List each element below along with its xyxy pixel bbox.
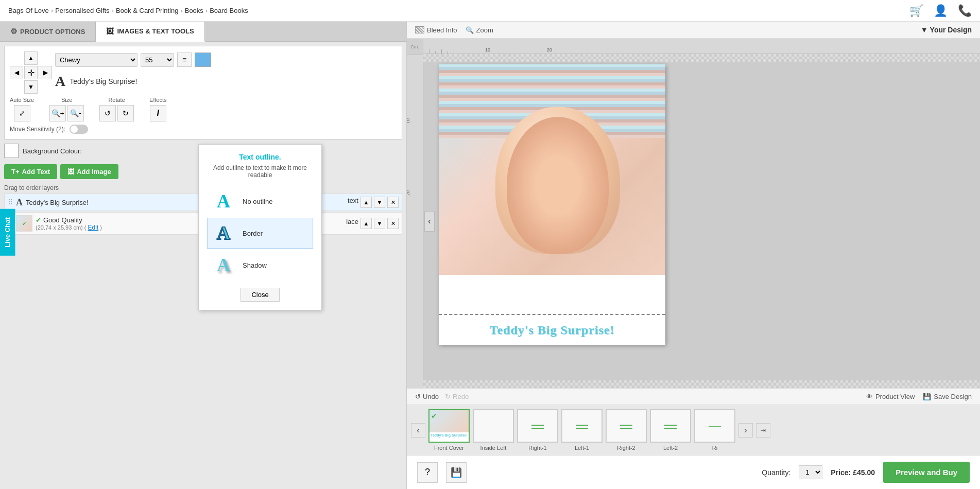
nav-left-button[interactable]: ◀ xyxy=(10,66,23,79)
redo-button[interactable]: ↻ Redo xyxy=(445,393,469,400)
breadcrumb-board-books[interactable]: Board Books xyxy=(210,7,248,14)
bleed-info-icon xyxy=(415,26,424,33)
design-canvas: Teddy's Big Surprise! ‹ xyxy=(423,54,980,388)
effects-group: Effects I xyxy=(149,97,166,121)
thumb-next-button[interactable]: › xyxy=(738,423,753,438)
thumb-check-icon: ✔ xyxy=(431,412,437,420)
font-size-select[interactable]: 55 xyxy=(141,53,174,67)
image-layer-down-button[interactable]: ▼ xyxy=(374,218,385,229)
thumb-left-2-img: ▬▬▬▬▬▬▬▬ xyxy=(650,409,691,443)
image-edit-link[interactable]: Edit xyxy=(88,224,99,231)
background-colour-label: Background Colour: xyxy=(23,147,82,155)
add-image-button[interactable]: 🖼 Add Image xyxy=(60,164,118,179)
thumb-front-cover[interactable]: ✔ Teddy's Big Surprise! Front Cover xyxy=(428,409,470,451)
price-label: Price: £45.00 xyxy=(831,468,875,477)
save-page-button[interactable]: 💾 xyxy=(446,462,467,483)
image-layer-info: ✔ Good Quality (20.74 x 25.93 cm) ( Edit… xyxy=(36,216,102,231)
thumb-lines-1: ▬▬▬▬▬▬▬▬ xyxy=(518,410,557,442)
breadcrumb-personalised-gifts[interactable]: Personalised Gifts xyxy=(55,7,110,14)
zoom-button[interactable]: 🔍 Zoom xyxy=(466,26,493,34)
nav-down-button[interactable]: ▼ xyxy=(24,80,38,94)
breadcrumb-books[interactable]: Books xyxy=(185,7,203,14)
font-select[interactable]: Chewy xyxy=(55,53,137,67)
canvas-prev-button[interactable]: ‹ xyxy=(424,211,435,232)
tab-images-text-label: IMAGES & TEXT TOOLS xyxy=(117,27,194,35)
tab-product-options[interactable]: ⚙ PRODUCT OPTIONS xyxy=(0,22,96,41)
thumb-ri-img: ▬▬▬▬ xyxy=(694,409,735,443)
outline-popup-title: Text outline. xyxy=(207,153,313,161)
product-view-button[interactable]: 👁 Product View xyxy=(866,393,915,400)
thumb-lines-text-3: ▬▬▬▬▬▬▬▬ xyxy=(618,421,634,431)
preview-buy-button[interactable]: Preview and Buy xyxy=(883,462,970,483)
main-layout: Live Chat ⚙ PRODUCT OPTIONS 🖼 IMAGES & T… xyxy=(0,22,980,489)
italic-button[interactable]: I xyxy=(150,105,166,121)
redo-icon: ↻ xyxy=(445,393,451,400)
outline-label-none: No outline xyxy=(243,198,273,205)
phone-icon[interactable]: 📞 xyxy=(958,4,972,18)
nav-right-button[interactable]: ▶ xyxy=(39,66,52,79)
thumbnails-bar: ‹ ✔ Teddy's Big Surprise! Front Cover In… xyxy=(407,405,980,455)
top-navigation: Bags Of Love › Personalised Gifts › Book… xyxy=(0,0,980,22)
bleed-info-button[interactable]: Bleed Info xyxy=(415,26,457,34)
image-layer-up-button[interactable]: ▲ xyxy=(360,218,372,229)
action-bar: ? 💾 Quantity: 1 Price: £45.00 Preview an… xyxy=(407,455,980,489)
help-button[interactable]: ? xyxy=(417,462,438,483)
nav-up-button[interactable]: ▲ xyxy=(24,51,38,65)
thumb-left-1[interactable]: ▬▬▬▬▬▬▬▬ Left-1 xyxy=(561,409,603,451)
outline-option-none[interactable]: A No outline xyxy=(207,186,313,217)
canvas-area: Cm. 10 20 10 xyxy=(407,39,980,388)
align-button[interactable]: ≡ xyxy=(177,53,192,67)
thumb-prev-button[interactable]: ‹ xyxy=(411,423,425,438)
thumb-right-1[interactable]: ▬▬▬▬▬▬▬▬ Right-1 xyxy=(517,409,558,451)
auto-size-button[interactable]: ⤢ xyxy=(14,105,30,121)
outline-popup-close-button[interactable]: Close xyxy=(240,288,279,302)
book-page-canvas[interactable]: Teddy's Big Surprise! xyxy=(439,64,665,345)
thumb-ri[interactable]: ▬▬▬▬ Ri xyxy=(694,409,735,451)
thumb-lines-text-1: ▬▬▬▬▬▬▬▬ xyxy=(529,421,546,431)
size-increase-button[interactable]: 🔍+ xyxy=(49,105,66,121)
text-layer-down-button[interactable]: ▼ xyxy=(374,197,385,208)
canvas-book-text: Teddy's Big Surprise! xyxy=(439,323,665,337)
thumb-last-button[interactable]: ⇥ xyxy=(756,423,770,438)
thumb-lines-4: ▬▬▬▬▬▬▬▬ xyxy=(651,410,690,442)
text-layer-up-button[interactable]: ▲ xyxy=(360,197,372,208)
user-icon[interactable]: 👤 xyxy=(934,4,948,18)
eye-icon: 👁 xyxy=(866,393,873,400)
text-layer-delete-button[interactable]: ✕ xyxy=(387,197,399,208)
rotate-group: Rotate ↺ ↻ xyxy=(99,97,134,121)
breadcrumb-bags-of-love[interactable]: Bags Of Love xyxy=(8,7,49,14)
live-chat-tab[interactable]: Live Chat xyxy=(0,209,15,256)
image-layer-size: (20.74 x 25.93 cm) ( Edit ) xyxy=(36,224,102,231)
thumb-left-2[interactable]: ▬▬▬▬▬▬▬▬ Left-2 xyxy=(650,409,691,451)
breadcrumb-sep-3: › xyxy=(180,7,182,14)
rotate-cw-button[interactable]: ↻ xyxy=(117,105,134,121)
undo-button[interactable]: ↺ Undo xyxy=(415,393,439,400)
add-text-button[interactable]: T+ Add Text xyxy=(4,164,57,179)
move-cross-button[interactable]: ✛ xyxy=(24,66,38,79)
right-section: Bleed Info 🔍 Zoom ▼ Your Design Cm. xyxy=(407,22,980,489)
gear-icon: ⚙ xyxy=(10,27,17,36)
text-layer-icon: A xyxy=(16,197,23,208)
drag-handle-text: ⠿ xyxy=(8,198,13,206)
tool-panel: ▲ ◀ ✛ ▶ ▼ Chewy 55 xyxy=(4,46,402,139)
breadcrumb-book-card-printing[interactable]: Book & Card Printing xyxy=(116,7,178,14)
outline-option-border[interactable]: A Border xyxy=(207,218,313,249)
size-decrease-button[interactable]: 🔍- xyxy=(67,105,84,121)
move-sensitivity-toggle[interactable] xyxy=(70,125,88,134)
quantity-select[interactable]: 1 xyxy=(799,465,822,479)
outline-option-shadow[interactable]: A Shadow xyxy=(207,250,313,281)
save-design-label: Save Design xyxy=(934,393,972,400)
thumb-inside-left[interactable]: Inside Left xyxy=(473,409,514,451)
thumb-lines-2: ▬▬▬▬▬▬▬▬ xyxy=(562,410,601,442)
thumb-ri-label: Ri xyxy=(712,445,717,451)
thumb-text-preview: Teddy's Big Surprise! xyxy=(429,432,469,438)
save-design-button[interactable]: 💾 Save Design xyxy=(923,393,972,400)
tab-images-text-tools[interactable]: 🖼 IMAGES & TEXT TOOLS xyxy=(96,22,204,42)
cart-icon[interactable]: 🛒 xyxy=(909,4,923,18)
background-colour-swatch[interactable] xyxy=(4,144,19,158)
image-layer-delete-button[interactable]: ✕ xyxy=(387,218,399,229)
thumb-right-2[interactable]: ▬▬▬▬▬▬▬▬ Right-2 xyxy=(606,409,647,451)
auto-size-label: Auto Size xyxy=(10,97,34,103)
rotate-ccw-button[interactable]: ↺ xyxy=(99,105,116,121)
color-swatch[interactable] xyxy=(195,53,211,67)
